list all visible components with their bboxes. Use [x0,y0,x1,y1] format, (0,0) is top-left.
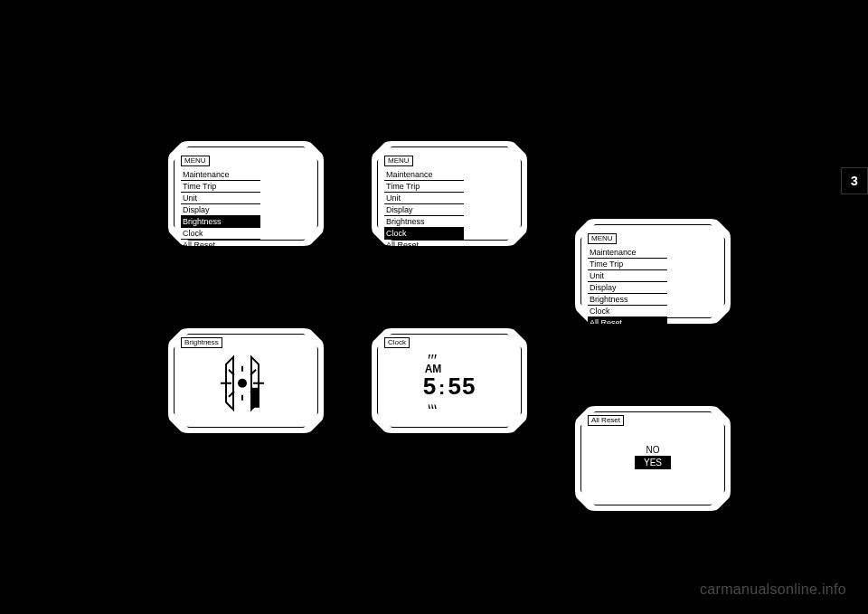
brightness-icon [210,352,282,415]
watermark: carmanualsonline.info [700,581,846,598]
svg-point-1 [238,379,247,388]
menu-item: All Reset [384,240,464,251]
menu-item: Brightness [588,294,667,306]
reset-option-yes: YES [635,457,671,469]
menu-title: MENU [588,233,617,244]
menu-item: Time Trip [588,259,667,270]
lcd-panel-brightness: Brightness [168,328,324,433]
menu-title: MENU [181,156,210,166]
clock-title: Clock [384,337,410,348]
menu-item: All Reset [181,240,260,251]
menu-item-selected: Clock [384,228,464,240]
menu-item: Display [384,204,464,216]
page-section-tab: 3 [841,167,868,194]
menu-item: Clock [588,306,667,317]
menu-item: Clock [181,228,260,240]
menu-item: Unit [384,193,464,204]
lcd-panel-menu-allreset: MENU Maintenance Time Trip Unit Display … [575,219,731,324]
menu-item: Maintenance [384,169,464,181]
menu-item-selected: All Reset [588,317,667,329]
menu-title: MENU [384,156,413,166]
menu-item: Unit [181,193,260,204]
menu-item-selected: Brightness [181,216,260,228]
lcd-panel-clock: Clock AM 5:55 ′′′ ′′′ [372,328,527,433]
clock-minute: 55 [448,373,476,400]
flash-indicator-icon: ′′′ [428,357,437,364]
menu-item: Display [181,204,260,216]
allreset-title: All Reset [588,415,624,426]
reset-option-no: NO [635,444,671,457]
menu-item: Unit [588,270,667,282]
menu-item: Brightness [384,216,464,228]
menu-item: Maintenance [181,169,260,181]
menu-item: Display [588,282,667,294]
menu-item: Time Trip [181,181,260,193]
lcd-panel-menu-brightness: MENU Maintenance Time Trip Unit Display … [168,141,324,246]
brightness-title: Brightness [181,337,222,348]
menu-item: Time Trip [384,181,464,193]
lcd-panel-allreset-confirm: All Reset NO YES [575,406,731,511]
flash-indicator-icon: ′′′ [428,399,437,406]
menu-item: Maintenance [588,247,667,259]
clock-colon: : [437,377,448,399]
lcd-panel-menu-clock: MENU Maintenance Time Trip Unit Display … [372,141,527,246]
svg-rect-0 [251,388,259,408]
